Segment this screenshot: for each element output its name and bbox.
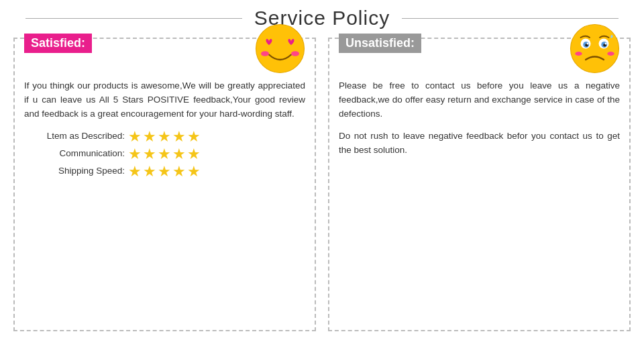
- svg-point-3: [571, 25, 619, 73]
- comm-star-4: ★: [172, 147, 186, 162]
- satisfied-label: Satisfied:: [24, 34, 92, 53]
- header-line-left: [25, 18, 242, 19]
- item-described-row: Ltem as Described: ★ ★ ★ ★ ★: [24, 129, 305, 144]
- svg-point-2: [291, 51, 299, 56]
- unsatisfied-label: Unsatisfied:: [339, 34, 421, 53]
- unsatisfied-header: Unsatisfied:: [339, 34, 620, 74]
- star-3: ★: [158, 129, 171, 144]
- unsatisfied-body: Please be free to contact us before you …: [339, 79, 620, 158]
- star-4: ★: [172, 129, 186, 144]
- unsatisfied-column: Unsatisfied:: [328, 38, 631, 331]
- columns: Satisfied: If you thingk our p: [13, 38, 631, 331]
- ship-star-2: ★: [143, 164, 156, 179]
- unsatisfied-emoji: [570, 23, 620, 74]
- communication-row: Communication: ★ ★ ★ ★ ★: [24, 147, 305, 162]
- svg-point-13: [607, 52, 614, 56]
- satisfied-header: Satisfied:: [24, 34, 305, 74]
- header-line-right: [402, 18, 619, 19]
- ship-star-4: ★: [172, 164, 186, 179]
- item-described-label: Ltem as Described:: [24, 129, 125, 144]
- satisfied-body: If you thingk our products is awesome,We…: [24, 79, 305, 179]
- svg-point-11: [605, 43, 607, 45]
- comm-star-2: ★: [143, 147, 156, 162]
- svg-point-1: [261, 51, 269, 56]
- unsatisfied-text1: Please be free to contact us before you …: [339, 79, 620, 121]
- ship-star-1: ★: [128, 164, 142, 179]
- header: Service Policy: [13, 7, 631, 30]
- shipping-row: Shipping Speed: ★ ★ ★ ★ ★: [24, 164, 305, 179]
- star-1: ★: [128, 129, 142, 144]
- page: Service Policy Satisfied:: [0, 0, 644, 338]
- shipping-label: Shipping Speed:: [24, 164, 125, 178]
- comm-star-3: ★: [158, 147, 171, 162]
- star-2: ★: [143, 129, 156, 144]
- comm-star-5: ★: [187, 147, 201, 162]
- comm-star-1: ★: [128, 147, 142, 162]
- satisfied-column: Satisfied: If you thingk our p: [13, 38, 316, 331]
- communication-label: Communication:: [24, 147, 125, 161]
- svg-point-0: [256, 25, 305, 73]
- star-5: ★: [187, 129, 201, 144]
- ship-star-5: ★: [187, 164, 201, 179]
- satisfied-emoji: [255, 23, 305, 74]
- svg-point-12: [575, 52, 582, 56]
- svg-point-10: [587, 43, 589, 45]
- ship-star-3: ★: [158, 164, 171, 179]
- satisfied-text: If you thingk our products is awesome,We…: [24, 79, 305, 121]
- unsatisfied-text2: Do not rush to leave negative feedback b…: [339, 129, 620, 158]
